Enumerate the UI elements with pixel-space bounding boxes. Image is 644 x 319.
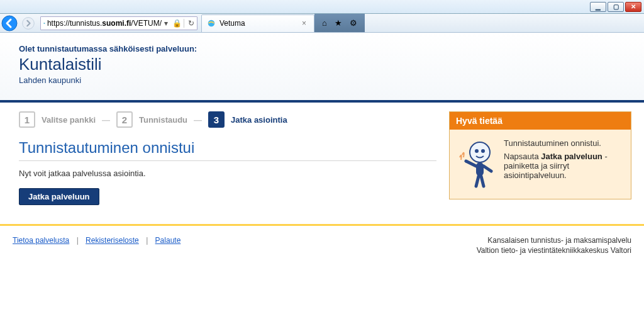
svg-point-1 [23, 17, 35, 29]
address-bar[interactable]: https://tunnistus.suomi.fi/VETUM/ ▾ 🔒 ↻ [40, 16, 197, 30]
arrow-right-icon [21, 16, 35, 30]
svg-point-6 [481, 149, 485, 153]
step-divider: — [102, 115, 110, 125]
step-1-label: Valitse pankki [42, 115, 96, 125]
svg-point-4 [470, 142, 490, 162]
step-divider: — [194, 115, 202, 125]
main-content: 1 Valitse pankki — 2 Tunnistaudu — 3 Jat… [19, 111, 436, 205]
ie-icon [207, 19, 216, 28]
page-heading: Tunnistautuminen onnistui [19, 139, 436, 157]
window-maximize-button[interactable]: ▢ [608, 2, 624, 12]
settings-icon[interactable]: ⚙ [350, 18, 357, 28]
svg-point-0 [2, 16, 17, 31]
step-3-number: 3 [208, 111, 225, 128]
dropdown-icon[interactable]: ▾ [162, 19, 170, 28]
refresh-icon[interactable]: ↻ [184, 19, 194, 28]
step-2-label: Tunnistaudu [139, 115, 187, 125]
url-text: https://tunnistus.suomi.fi/VETUM/ [47, 19, 162, 28]
browser-tab[interactable]: Vetuma × [201, 14, 314, 32]
window-titlebar: ▁ ▢ ✕ [0, 0, 644, 14]
heading-underline [19, 160, 436, 161]
continue-button[interactable]: Jatka palveluun [19, 188, 99, 205]
step-1-number: 1 [19, 111, 35, 128]
progress-steps: 1 Valitse pankki — 2 Tunnistaudu — 3 Jat… [19, 111, 436, 128]
organization-name: Lahden kaupunki [19, 76, 631, 85]
info-box: Hyvä tietää [449, 111, 631, 199]
tab-close-icon[interactable]: × [299, 19, 309, 28]
footer-link-about[interactable]: Tietoa palvelusta [13, 236, 69, 245]
service-name: Kuntalaistili [19, 55, 631, 74]
lock-icon: 🔒 [172, 19, 182, 28]
favorites-icon[interactable]: ★ [335, 18, 342, 28]
step-2-number: 2 [116, 111, 133, 128]
footer-org: Kansalaisen tunnistus- ja maksamispalvel… [477, 236, 631, 256]
nav-back-button[interactable] [0, 14, 19, 33]
footer-links: Tietoa palvelusta | Rekisteriseloste | P… [13, 236, 180, 256]
ie-icon [43, 19, 45, 28]
svg-point-5 [475, 149, 479, 153]
mascot-icon [457, 138, 497, 189]
arrow-left-icon [1, 15, 18, 31]
nav-forward-button[interactable] [19, 14, 38, 33]
step-3-label: Jatka asiointia [231, 115, 287, 125]
toolbar-right: ⌂ ★ ⚙ [314, 14, 365, 32]
footer-link-feedback[interactable]: Palaute [155, 236, 181, 245]
footer-link-registry[interactable]: Rekisteriseloste [86, 236, 139, 245]
window-minimize-button[interactable]: ▁ [590, 2, 606, 12]
browser-toolbar: https://tunnistus.suomi.fi/VETUM/ ▾ 🔒 ↻ … [0, 14, 644, 33]
svg-rect-7 [476, 162, 484, 176]
service-header: Olet tunnistautumassa sähköisesti palvel… [0, 33, 644, 100]
page-footer: Tietoa palvelusta | Rekisteriseloste | P… [0, 226, 644, 269]
info-box-text: Tunnistautuminen onnistui. Napsauta Jatk… [504, 138, 623, 189]
window-close-button[interactable]: ✕ [625, 2, 641, 12]
body-text: Nyt voit jatkaa palvelussa asiointia. [19, 169, 436, 178]
info-box-title: Hyvä tietää [450, 112, 631, 130]
home-icon[interactable]: ⌂ [322, 18, 327, 28]
intro-text: Olet tunnistautumassa sähköisesti palvel… [19, 44, 631, 53]
tab-title: Vetuma [219, 19, 245, 28]
page-viewport: Olet tunnistautumassa sähköisesti palvel… [0, 33, 644, 319]
